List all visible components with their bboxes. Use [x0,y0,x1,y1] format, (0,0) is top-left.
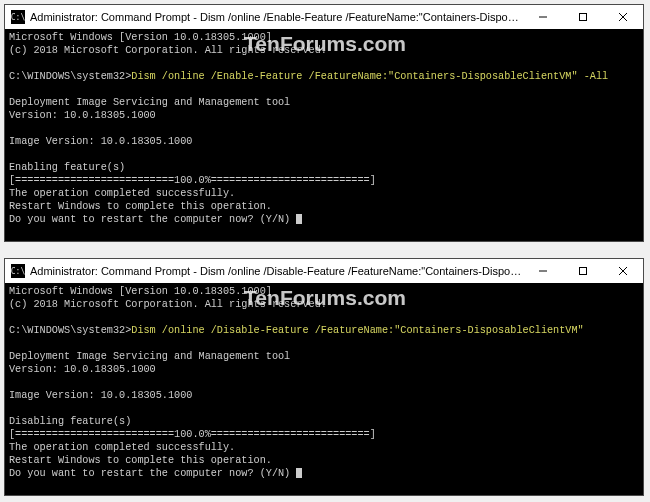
maximize-button[interactable] [563,259,603,283]
line: Version: 10.0.18305.1000 [9,364,156,375]
line: Deployment Image Servicing and Managemen… [9,351,290,362]
cmd-window-disable: C:\ Administrator: Command Prompt - Dism… [4,258,644,496]
window-controls [523,259,643,283]
titlebar[interactable]: C:\ Administrator: Command Prompt - Dism… [5,5,643,29]
line: Enabling feature(s) [9,162,125,173]
window-title: Administrator: Command Prompt - Dism /on… [30,265,523,277]
line: (c) 2018 Microsoft Corporation. All righ… [9,299,327,310]
line: Microsoft Windows [Version 10.0.18305.10… [9,32,272,43]
close-button[interactable] [603,5,643,29]
cursor [296,214,302,224]
cmd-window-enable: C:\ Administrator: Command Prompt - Dism… [4,4,644,242]
progress-bar: [==========================100.0%=======… [9,429,376,440]
line: Image Version: 10.0.18305.1000 [9,136,192,147]
progress-bar: [==========================100.0%=======… [9,175,376,186]
line: Restart Windows to complete this operati… [9,455,272,466]
prompt: C:\WINDOWS\system32> [9,71,131,82]
prompt: C:\WINDOWS\system32> [9,325,131,336]
window-controls [523,5,643,29]
restart-prompt: Do you want to restart the computer now?… [9,468,296,479]
minimize-button[interactable] [523,259,563,283]
window-title: Administrator: Command Prompt - Dism /on… [30,11,523,23]
restart-prompt: Do you want to restart the computer now?… [9,214,296,225]
line: (c) 2018 Microsoft Corporation. All righ… [9,45,327,56]
line: Version: 10.0.18305.1000 [9,110,156,121]
close-button[interactable] [603,259,643,283]
line: The operation completed successfully. [9,442,235,453]
line: Deployment Image Servicing and Managemen… [9,97,290,108]
command-text: Dism /online /Enable-Feature /FeatureNam… [131,71,608,82]
cursor [296,468,302,478]
minimize-button[interactable] [523,5,563,29]
terminal-output[interactable]: Microsoft Windows [Version 10.0.18305.10… [5,29,643,241]
cmd-icon: C:\ [11,264,25,278]
line: Disabling feature(s) [9,416,131,427]
line: Microsoft Windows [Version 10.0.18305.10… [9,286,272,297]
line: Image Version: 10.0.18305.1000 [9,390,192,401]
titlebar[interactable]: C:\ Administrator: Command Prompt - Dism… [5,259,643,283]
line: Restart Windows to complete this operati… [9,201,272,212]
command-text: Dism /online /Disable-Feature /FeatureNa… [131,325,583,336]
maximize-button[interactable] [563,5,603,29]
svg-rect-1 [580,14,587,21]
svg-rect-5 [580,268,587,275]
line: The operation completed successfully. [9,188,235,199]
terminal-output[interactable]: Microsoft Windows [Version 10.0.18305.10… [5,283,643,495]
cmd-icon: C:\ [11,10,25,24]
